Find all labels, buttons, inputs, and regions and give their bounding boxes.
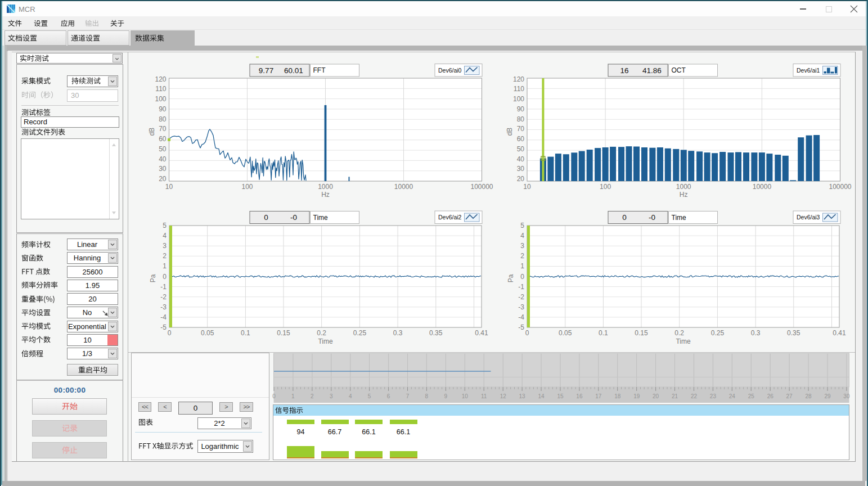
svg-text:90: 90 — [517, 105, 525, 113]
svg-text:0.41: 0.41 — [475, 329, 488, 337]
svg-text:0.35: 0.35 — [429, 329, 443, 337]
svg-text:Hz: Hz — [680, 191, 688, 199]
svg-text:3: 3 — [330, 393, 333, 399]
svg-text:20: 20 — [517, 175, 525, 183]
svg-text:0.1: 0.1 — [599, 329, 608, 337]
svg-text:30: 30 — [843, 393, 850, 399]
svg-text:100: 100 — [155, 95, 166, 103]
svg-text:60.01: 60.01 — [284, 66, 303, 75]
svg-text:21: 21 — [672, 393, 678, 399]
svg-text:-1: -1 — [518, 283, 524, 291]
svg-text:0: 0 — [520, 273, 524, 281]
svg-text:40: 40 — [159, 155, 167, 163]
svg-text:Dev6/ai3: Dev6/ai3 — [797, 214, 820, 220]
svg-text:60: 60 — [517, 135, 525, 143]
svg-text:5: 5 — [163, 222, 167, 230]
svg-text:-2: -2 — [518, 293, 524, 301]
svg-text:10000: 10000 — [753, 183, 772, 191]
svg-text:5: 5 — [520, 222, 524, 230]
svg-text:0.35: 0.35 — [787, 329, 800, 337]
svg-text:13: 13 — [519, 393, 526, 399]
svg-text:10000: 10000 — [394, 183, 413, 191]
svg-text:7: 7 — [406, 393, 410, 399]
svg-text:0.05: 0.05 — [559, 329, 572, 337]
svg-text:Time: Time — [676, 338, 691, 345]
svg-text:0.25: 0.25 — [353, 329, 367, 337]
svg-text:20: 20 — [159, 175, 167, 183]
svg-text:5: 5 — [368, 393, 371, 399]
svg-text:24: 24 — [729, 393, 736, 399]
svg-text:1: 1 — [163, 262, 167, 270]
svg-text:29: 29 — [824, 393, 831, 399]
svg-text:Hz: Hz — [321, 191, 330, 199]
svg-text:Pa: Pa — [507, 274, 515, 282]
svg-text:3: 3 — [520, 242, 524, 250]
svg-text:40: 40 — [517, 155, 525, 163]
svg-text:-3: -3 — [518, 303, 524, 311]
svg-text:70: 70 — [159, 125, 167, 133]
svg-text:0.25: 0.25 — [711, 329, 725, 337]
svg-text:27: 27 — [786, 393, 793, 399]
svg-text:-4: -4 — [160, 313, 167, 321]
svg-text:0: 0 — [272, 393, 276, 399]
svg-text:23: 23 — [710, 393, 717, 399]
svg-text:100: 100 — [241, 183, 253, 191]
svg-text:0.15: 0.15 — [277, 329, 290, 337]
svg-text:110: 110 — [155, 85, 166, 93]
svg-text:30: 30 — [517, 165, 525, 173]
svg-text:0: 0 — [163, 273, 167, 281]
svg-text:OCT: OCT — [672, 66, 686, 74]
svg-text:18: 18 — [614, 393, 621, 399]
svg-text:4: 4 — [349, 393, 352, 399]
svg-text:30: 30 — [159, 165, 167, 173]
svg-text:-4: -4 — [518, 313, 524, 321]
svg-text:100000: 100000 — [829, 183, 851, 191]
svg-text:15: 15 — [557, 393, 564, 399]
svg-text:120: 120 — [513, 75, 524, 83]
svg-text:8: 8 — [425, 393, 429, 399]
svg-text:Dev6/ai1: Dev6/ai1 — [797, 67, 820, 74]
svg-text:0.41: 0.41 — [833, 329, 846, 337]
svg-text:120: 120 — [155, 75, 166, 83]
svg-text:-2: -2 — [160, 293, 167, 301]
svg-text:20: 20 — [653, 393, 659, 399]
svg-text:16: 16 — [576, 393, 583, 399]
svg-text:0: 0 — [264, 213, 268, 222]
svg-text:17: 17 — [595, 393, 602, 399]
svg-text:10: 10 — [165, 183, 173, 191]
svg-text:2: 2 — [520, 252, 524, 260]
svg-text:-1: -1 — [160, 283, 167, 291]
svg-text:10: 10 — [462, 393, 469, 399]
svg-text:41.86: 41.86 — [642, 66, 662, 75]
svg-text:1000: 1000 — [318, 183, 333, 191]
svg-text:70: 70 — [517, 125, 525, 133]
svg-text:0.15: 0.15 — [635, 329, 648, 337]
svg-text:1000: 1000 — [676, 183, 691, 191]
svg-text:Time: Time — [318, 338, 333, 345]
svg-text:0.1: 0.1 — [241, 329, 250, 337]
svg-text:2: 2 — [311, 393, 314, 399]
svg-text:3: 3 — [163, 242, 167, 250]
svg-text:FFT: FFT — [313, 66, 326, 74]
svg-text:1: 1 — [520, 262, 524, 270]
svg-text:Time: Time — [313, 214, 329, 222]
svg-text:28: 28 — [805, 393, 812, 399]
svg-text:dB: dB — [506, 128, 514, 136]
svg-text:0.3: 0.3 — [393, 329, 403, 337]
svg-text:-5: -5 — [160, 323, 167, 331]
svg-text:9.77: 9.77 — [259, 66, 273, 75]
svg-text:16: 16 — [620, 66, 628, 75]
svg-text:4: 4 — [163, 232, 167, 240]
svg-text:0.2: 0.2 — [317, 329, 326, 337]
svg-text:-0: -0 — [649, 213, 655, 222]
svg-text:Dev6/ai2: Dev6/ai2 — [438, 214, 462, 220]
svg-text:0: 0 — [168, 329, 172, 337]
svg-text:22: 22 — [691, 393, 698, 399]
svg-text:25: 25 — [748, 393, 755, 399]
svg-text:26: 26 — [767, 393, 774, 399]
svg-text:Dev6/ai0: Dev6/ai0 — [438, 67, 462, 74]
svg-text:-5: -5 — [518, 323, 524, 331]
svg-text:6: 6 — [387, 393, 390, 399]
svg-text:9: 9 — [444, 393, 448, 399]
svg-text:0.2: 0.2 — [674, 329, 684, 337]
